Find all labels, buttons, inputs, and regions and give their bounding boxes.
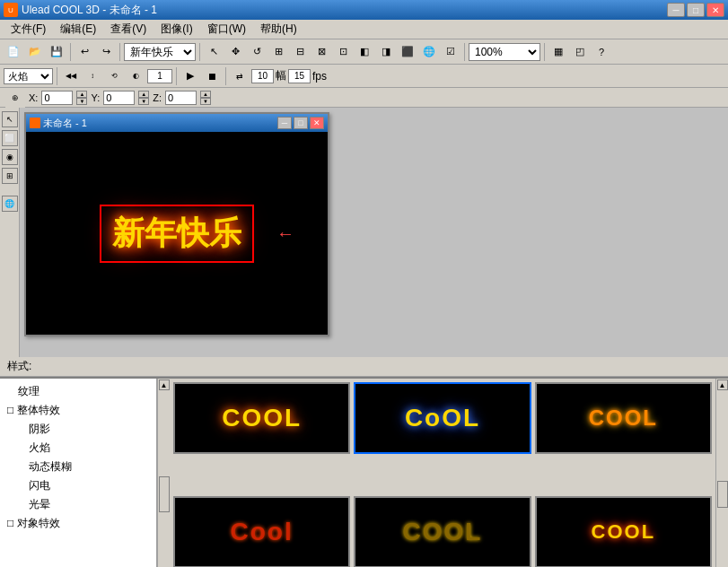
right-scroll-up[interactable]: ▲ [717, 379, 728, 390]
effect-dropdown[interactable]: 火焰 [4, 68, 53, 84]
preview-maximize[interactable]: □ [294, 117, 308, 129]
z-up[interactable]: ▲ [200, 91, 211, 98]
tool-3[interactable]: ↺ [247, 42, 267, 62]
x-label: X: [29, 92, 38, 103]
tool-11[interactable]: 🌐 [419, 42, 439, 62]
tree-item-obj-effects[interactable]: □ 对象特效 [4, 514, 153, 533]
tree-item-shadow[interactable]: 阴影 [4, 420, 153, 439]
toolbar-sep-5 [544, 43, 545, 61]
arrow-indicator: ← [276, 223, 294, 244]
tree-item-effects[interactable]: □ 整体特效 [4, 401, 153, 420]
effect-cell-1[interactable]: COOL [173, 382, 350, 454]
extra-tool-2[interactable]: ◰ [570, 42, 590, 62]
menu-edit[interactable]: 编辑(E) [53, 20, 103, 39]
effect-cell-3[interactable]: COOL [535, 382, 712, 454]
tool-6[interactable]: ⊠ [311, 42, 331, 62]
effect-cell-5[interactable]: COOL [354, 496, 531, 567]
tool-7[interactable]: ⊡ [333, 42, 353, 62]
redo-button[interactable]: ↪ [96, 42, 116, 62]
menu-window[interactable]: 窗口(W) [200, 20, 253, 39]
preview-title-buttons: ─ □ ✕ [277, 117, 324, 129]
tree-item-blur[interactable]: 动态模糊 [4, 458, 153, 476]
menu-help[interactable]: 帮助(H) [253, 20, 304, 39]
preview-canvas[interactable]: 新年快乐 ← [26, 132, 328, 335]
anim-1[interactable]: ⇄ [230, 66, 250, 86]
title-bar: U Ulead COOL 3D - 未命名 - 1 ─ □ ✕ [0, 0, 728, 20]
open-button[interactable]: 📂 [25, 42, 45, 62]
tool-1[interactable]: ↖ [204, 42, 224, 62]
save-button[interactable]: 💾 [47, 42, 66, 62]
tree-item-fire[interactable]: 火焰 [4, 439, 153, 458]
close-button[interactable]: ✕ [706, 3, 724, 17]
new-button[interactable]: 📄 [4, 42, 23, 62]
effect-text-3: COOL [589, 406, 658, 431]
x-down[interactable]: ▼ [76, 98, 87, 105]
tb2-sep-2 [176, 67, 177, 85]
z-input[interactable] [165, 91, 197, 105]
tool-12[interactable]: ☑ [441, 42, 460, 62]
frame-value[interactable] [147, 69, 172, 83]
tool-4[interactable]: ⊞ [268, 42, 288, 62]
sel-tool-3[interactable]: ◐ [126, 66, 145, 86]
x-up[interactable]: ▲ [76, 91, 87, 98]
right-scroll-thumb[interactable] [717, 481, 728, 508]
preview-minimize[interactable]: ─ [277, 117, 292, 129]
minimize-button[interactable]: ─ [667, 3, 685, 17]
tool-8[interactable]: ◧ [355, 42, 374, 62]
side-tool-3[interactable]: ◉ [2, 149, 18, 165]
tree-item-glow[interactable]: 光晕 [4, 495, 153, 514]
effect-cell-4[interactable]: Cool [173, 496, 350, 567]
x-input[interactable] [41, 91, 73, 105]
zoom-dropdown[interactable]: 100% [469, 43, 540, 61]
preview-title-text: 未命名 - 1 [43, 117, 87, 130]
tree-item-lightning[interactable]: 闪电 [4, 476, 153, 495]
preview-title-bar: 未命名 - 1 ─ □ ✕ [26, 114, 328, 132]
scroll-thumb[interactable] [159, 476, 170, 512]
undo-button[interactable]: ↩ [75, 42, 94, 62]
tree-item-texture[interactable]: 纹理 [4, 382, 153, 401]
tool-2[interactable]: ✥ [225, 42, 245, 62]
preview-icon [30, 118, 40, 128]
secondary-toolbar: 火焰 ◀◀ ↕ ⟲ ◐ ▶ ⏹ ⇄ 幅 fps [0, 65, 728, 88]
side-tool-2[interactable]: ⬜ [2, 130, 18, 146]
preview-text: 新年快乐 [112, 212, 241, 256]
preview-close[interactable]: ✕ [310, 117, 324, 129]
effects-area: COOL CoOL COOL Cool COOL COOL [170, 379, 715, 567]
prev-frame-btn[interactable]: ◀◀ [61, 66, 81, 86]
tool-9[interactable]: ◨ [376, 42, 396, 62]
coord-icon[interactable]: ⊕ [5, 88, 25, 108]
tool-10[interactable]: ⬛ [398, 42, 417, 62]
y-up[interactable]: ▲ [138, 91, 149, 98]
tree-scrollbar[interactable]: ▲ ▼ [157, 379, 170, 567]
toolbar-sep-2 [119, 43, 120, 61]
stop-button[interactable]: ⏹ [202, 66, 222, 86]
extra-tool-3[interactable]: ? [592, 42, 611, 62]
menu-image[interactable]: 图像(I) [153, 20, 199, 39]
right-scrollbar[interactable]: ▲ ▼ [715, 379, 728, 567]
z-down[interactable]: ▼ [200, 98, 211, 105]
y-down[interactable]: ▼ [138, 98, 149, 105]
preset-dropdown[interactable]: 新年快乐 [124, 43, 196, 61]
anim-val-2[interactable] [288, 69, 311, 83]
tool-5[interactable]: ⊟ [290, 42, 310, 62]
extra-tool-1[interactable]: ▦ [548, 42, 568, 62]
effect-cell-2[interactable]: CoOL [354, 382, 531, 454]
side-tool-1[interactable]: ↖ [2, 111, 18, 127]
scroll-up[interactable]: ▲ [159, 379, 170, 390]
effect-cell-6[interactable]: COOL [535, 496, 712, 567]
sel-tool-1[interactable]: ↕ [83, 66, 102, 86]
y-label: Y: [91, 92, 100, 103]
y-input[interactable] [103, 91, 135, 105]
anim-val-1[interactable] [251, 69, 274, 83]
z-label: Z: [153, 92, 162, 103]
app-icon: U [4, 3, 18, 17]
preview-window: 未命名 - 1 ─ □ ✕ 新年快乐 ← [24, 112, 329, 336]
fps-sep: 幅 [276, 68, 286, 83]
menu-view[interactable]: 查看(V) [103, 20, 153, 39]
sel-tool-2[interactable]: ⟲ [104, 66, 124, 86]
side-tool-4[interactable]: ⊞ [2, 168, 18, 184]
side-tool-5[interactable]: 🌐 [2, 196, 18, 212]
menu-file[interactable]: 文件(F) [4, 20, 53, 39]
play-button[interactable]: ▶ [180, 66, 200, 86]
maximize-button[interactable]: □ [687, 3, 705, 17]
